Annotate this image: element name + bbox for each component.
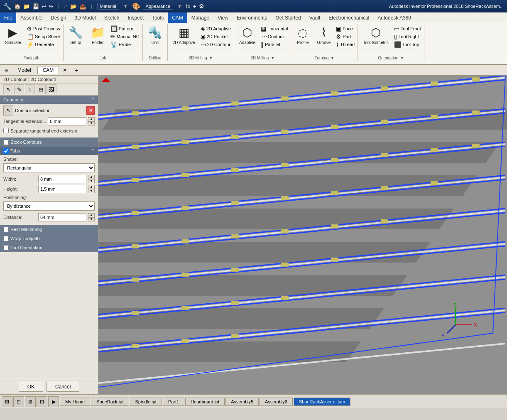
circle-tool[interactable]: ○	[25, 84, 35, 94]
doc-tab-shoerackassem[interactable]: ShoeRackAssem...iam	[294, 398, 350, 406]
menu-inspect[interactable]: Inspect	[123, 12, 148, 23]
menu-electromechanical[interactable]: Electromechanical	[324, 12, 373, 23]
rest-machining-section[interactable]: Rest Machining	[0, 225, 98, 234]
nav-folder[interactable]: 📁	[23, 3, 30, 10]
shape-select[interactable]: Rectangular Trapezoidal Dog-bone	[3, 163, 95, 172]
tool-isometric-button[interactable]: ⬡ Tool Isometric	[360, 25, 392, 47]
menu-autodesk360[interactable]: Autodesk A360	[373, 12, 415, 23]
menu-design[interactable]: Design	[47, 12, 70, 23]
menu-environments[interactable]: Environments	[233, 12, 271, 23]
tool-front-button[interactable]: ▭ Tool Front	[393, 25, 422, 32]
nav-redo[interactable]: ↪	[49, 3, 53, 10]
statusbar-icon4[interactable]: ⊡	[37, 396, 47, 407]
pencil-tool[interactable]: ✎	[14, 84, 24, 94]
statusbar-arrow[interactable]: ▶	[48, 396, 59, 407]
face-button[interactable]: ▦ 2D Adaptive	[169, 25, 198, 47]
menu-cam[interactable]: CAM	[168, 12, 187, 23]
2d-pocket-button[interactable]: ◉ 2D Pocket	[199, 33, 232, 40]
menu-3dmodel[interactable]: 3D Model	[70, 12, 100, 23]
doc-tab-assembly5[interactable]: Assembly5	[225, 398, 259, 406]
tab-close[interactable]: ✕	[60, 66, 70, 74]
menu-file[interactable]: File	[0, 12, 16, 23]
cancel-button[interactable]: Cancel	[47, 382, 79, 392]
width-input[interactable]	[38, 175, 86, 183]
geometry-panel-header[interactable]: Geometry ⌃	[0, 96, 98, 104]
statusbar-icon1[interactable]: ⊞	[2, 396, 12, 407]
menu-getstarted[interactable]: Get Started	[271, 12, 305, 23]
contour-select-icon-btn[interactable]: ↖	[3, 106, 13, 115]
tabs-enable-checkbox[interactable]	[3, 148, 9, 154]
image-tool[interactable]: 🖼	[47, 84, 56, 94]
thread-button[interactable]: ⌇ Thread	[335, 41, 356, 48]
wrap-toolpath-section[interactable]: Wrap Toolpath	[0, 234, 98, 243]
doc-tab-myhome[interactable]: My Home	[60, 398, 90, 406]
positioning-select[interactable]: By distance By number	[3, 201, 95, 211]
statusbar-icon3[interactable]: ⊠	[25, 396, 36, 407]
distance-up[interactable]: ▲	[88, 213, 95, 217]
horizontal-button[interactable]: ▦ Horizontal	[260, 25, 289, 32]
tab-menu-icon[interactable]: ≡	[2, 66, 11, 74]
tab-add[interactable]: +	[71, 66, 81, 75]
tab-model[interactable]: Model	[12, 66, 37, 74]
rest-machining-checkbox[interactable]	[3, 227, 9, 232]
home-btn[interactable]: ⌂	[64, 3, 68, 10]
stock-contours-checkbox[interactable]	[3, 140, 9, 145]
ok-button[interactable]: OK	[19, 382, 43, 392]
folder-btn2[interactable]: 📂	[70, 3, 77, 10]
menu-tools[interactable]: Tools	[148, 12, 168, 23]
menu-vault[interactable]: Vault	[305, 12, 324, 23]
cursor-tool[interactable]: ↖	[3, 84, 13, 94]
folder-button[interactable]: 📁 Folder	[87, 25, 108, 47]
tangential-ext-input[interactable]	[48, 117, 86, 125]
post-process-button[interactable]: ⚙ Post Process	[25, 25, 61, 32]
menu-manage[interactable]: Manage	[187, 12, 213, 23]
doc-tab-part1[interactable]: Part1	[163, 398, 184, 406]
pattern-button[interactable]: 🔲 Pattern	[109, 25, 141, 32]
doc-tab-headboard[interactable]: Headboard.ipt	[185, 398, 225, 406]
part-button[interactable]: ⚙ Part	[335, 33, 356, 40]
drill-button[interactable]: 🔩 Drill	[145, 25, 166, 47]
tab-cam[interactable]: CAM	[37, 66, 59, 74]
width-up[interactable]: ▲	[88, 175, 95, 179]
manual-nc-button[interactable]: ✏ Manual NC	[109, 33, 141, 40]
generate-button[interactable]: ⚡ Generate	[25, 41, 61, 48]
probe-button[interactable]: 📡 Probe	[109, 41, 141, 48]
profile-button[interactable]: ◌ Profile	[293, 25, 313, 47]
doc-tab-spindle[interactable]: Spindle.ipt	[130, 398, 162, 406]
viewport[interactable]: X Z Y	[98, 76, 507, 394]
add-icon[interactable]: +	[193, 3, 196, 10]
tool-right-button[interactable]: ▯ Tool Right	[393, 33, 422, 40]
groove-button[interactable]: ⌇ Groove	[314, 25, 334, 47]
separate-tang-checkbox[interactable]	[3, 128, 9, 133]
nav-home[interactable]: 🏠	[14, 3, 21, 10]
statusbar-icon2[interactable]: ⊟	[13, 396, 24, 407]
tangential-ext-down[interactable]: ▼	[88, 121, 95, 125]
height-input[interactable]	[38, 185, 86, 193]
contour-button[interactable]: 〰 Contour	[260, 33, 289, 40]
face-turning-button[interactable]: ▣ Face	[335, 25, 356, 32]
setup-sheet-button[interactable]: 📋 Setup Sheet	[25, 33, 61, 40]
height-up[interactable]: ▲	[88, 185, 95, 189]
tool-top-button[interactable]: ⬛ Tool Top	[393, 41, 422, 48]
simulate-button[interactable]: ▶ Simulate	[2, 25, 24, 47]
grid-tool[interactable]: ⊞	[36, 84, 46, 94]
menu-sketch[interactable]: Sketch	[100, 12, 124, 23]
distance-input[interactable]	[38, 213, 86, 221]
tool-orientation-section[interactable]: Tool Orientation	[0, 243, 98, 252]
2d-contour-button[interactable]: ▭ 2D Contour	[199, 41, 232, 48]
tangential-ext-up[interactable]: ▲	[88, 117, 95, 121]
distance-down[interactable]: ▼	[88, 217, 95, 221]
stock-contours-section[interactable]: Stock Contours	[0, 138, 98, 147]
doc-tab-assembly6[interactable]: Assembly6	[260, 398, 293, 406]
setup-button[interactable]: 🔧 Setup	[65, 25, 86, 47]
menu-assemble[interactable]: Assemble	[16, 12, 47, 23]
contour-remove-button[interactable]: ✕	[86, 106, 95, 115]
adaptive-button[interactable]: ⬡ Adaptive	[236, 25, 259, 47]
appearance-dropdown[interactable]: Appearance	[143, 3, 173, 10]
menu-view[interactable]: View	[213, 12, 233, 23]
settings-icon[interactable]: ⚙	[199, 3, 204, 10]
nav-save[interactable]: 💾	[32, 3, 39, 10]
2d-adaptive-button[interactable]: ◈ 2D Adaptive	[199, 25, 232, 32]
parallel-button[interactable]: ∥ Parallel	[260, 41, 289, 48]
height-down[interactable]: ▼	[88, 189, 95, 193]
